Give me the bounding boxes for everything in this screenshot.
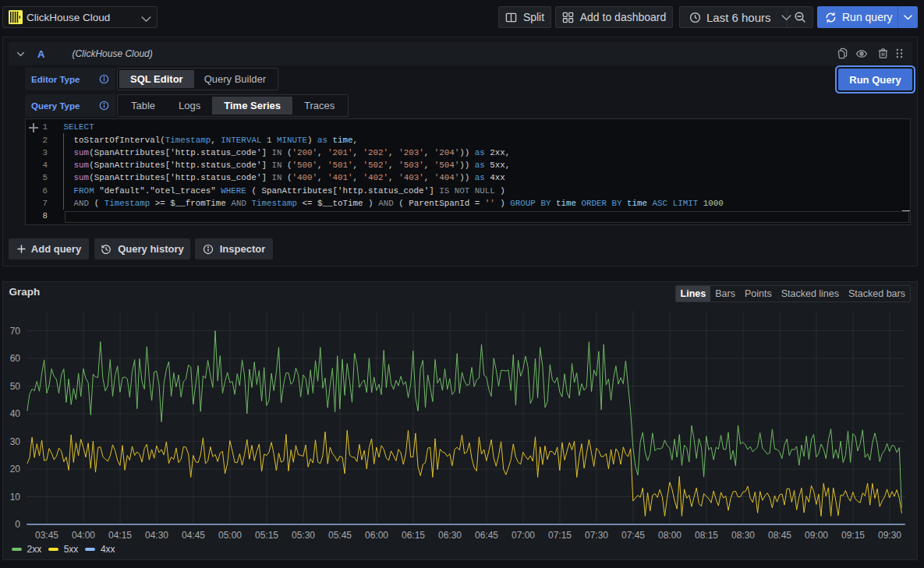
svg-text:06:00: 06:00 xyxy=(365,530,388,541)
svg-text:05:30: 05:30 xyxy=(292,530,315,541)
svg-text:50: 50 xyxy=(10,381,21,392)
svg-text:08:45: 08:45 xyxy=(768,530,791,541)
svg-text:40: 40 xyxy=(10,408,21,419)
svg-text:04:15: 04:15 xyxy=(108,530,132,541)
svg-text:05:00: 05:00 xyxy=(218,530,242,541)
svg-text:70: 70 xyxy=(10,326,21,337)
svg-text:06:30: 06:30 xyxy=(438,530,462,541)
svg-text:05:15: 05:15 xyxy=(255,530,278,541)
svg-text:09:15: 09:15 xyxy=(841,530,865,541)
svg-text:07:30: 07:30 xyxy=(585,530,608,541)
svg-text:20: 20 xyxy=(10,464,21,475)
svg-text:04:30: 04:30 xyxy=(145,530,168,541)
svg-text:04:45: 04:45 xyxy=(182,530,205,541)
svg-text:07:45: 07:45 xyxy=(621,530,645,541)
svg-text:60: 60 xyxy=(10,353,21,364)
svg-text:09:30: 09:30 xyxy=(878,530,901,541)
svg-text:08:00: 08:00 xyxy=(658,530,681,541)
svg-text:07:00: 07:00 xyxy=(512,530,535,541)
svg-text:05:45: 05:45 xyxy=(328,530,352,541)
svg-text:30: 30 xyxy=(10,436,21,447)
svg-text:08:15: 08:15 xyxy=(695,530,718,541)
svg-text:0: 0 xyxy=(15,519,20,530)
svg-text:06:15: 06:15 xyxy=(402,530,425,541)
svg-text:07:15: 07:15 xyxy=(548,530,572,541)
svg-text:10: 10 xyxy=(10,492,21,503)
svg-text:09:00: 09:00 xyxy=(805,530,828,541)
svg-text:04:00: 04:00 xyxy=(72,530,95,541)
svg-text:03:45: 03:45 xyxy=(35,530,58,541)
svg-text:06:45: 06:45 xyxy=(475,530,498,541)
svg-text:08:30: 08:30 xyxy=(731,530,755,541)
